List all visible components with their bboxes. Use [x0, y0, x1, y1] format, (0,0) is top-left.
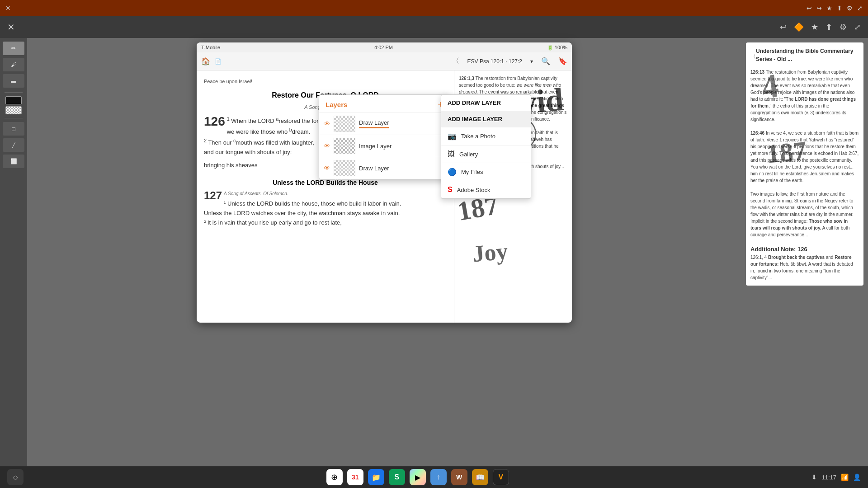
tool-brush[interactable]: 🖌: [3, 58, 24, 71]
layer-row-1[interactable]: 👁 Draw Layer: [319, 113, 449, 135]
commentary-card: 〈 Understanding the Bible Commentary Ser…: [746, 42, 863, 286]
menu-adobe-stock[interactable]: S Adobe Stock: [441, 181, 531, 198]
layer-2-name: Image Layer: [359, 143, 392, 150]
toolbar-icon-3[interactable]: ★: [811, 22, 818, 32]
search-button[interactable]: 🔍: [541, 57, 550, 66]
layer-1-visibility-icon[interactable]: 👁: [324, 120, 330, 127]
taskbar-sheets[interactable]: S: [389, 469, 405, 485]
nav-chevron[interactable]: ▾: [530, 58, 533, 65]
tool-fill[interactable]: ▬: [3, 74, 24, 88]
layer-1-thumbnail: [334, 116, 355, 132]
main-content: ✏ 🖌 ▬ ◻ ╱ ⬜ T-Mobile 4:02 PM 🔋 100%: [0, 38, 868, 466]
chapter-127-num: 127: [204, 190, 222, 201]
taskbar-home-button[interactable]: ○: [7, 469, 24, 485]
settings-icon[interactable]: ⚙: [847, 5, 853, 12]
toolbar-icon-6[interactable]: ⤢: [854, 22, 861, 32]
menu-gallery[interactable]: 🖼 Gallery: [441, 145, 531, 163]
menu-my-files[interactable]: 🔵 My Files: [441, 163, 531, 181]
verse-126-46-ref: 126:46: [750, 131, 764, 136]
fullscreen-icon[interactable]: ⤢: [857, 5, 863, 12]
user-avatar[interactable]: 👤: [853, 474, 861, 481]
doc-icon[interactable]: 📄: [215, 58, 222, 65]
color-swatch-black[interactable]: [5, 96, 22, 104]
status-time: 4:02 PM: [374, 45, 393, 50]
ipad-status-bar: T-Mobile 4:02 PM 🔋 100%: [197, 42, 572, 52]
close-button[interactable]: ✕: [7, 22, 15, 33]
chapter-126-num: 126: [204, 115, 225, 128]
fn-3: c: [233, 138, 236, 143]
taskbar-holybible[interactable]: 📖: [472, 469, 488, 485]
tool-shape[interactable]: ⬜: [3, 155, 24, 168]
tool-line[interactable]: ╱: [3, 138, 24, 152]
tool-eraser[interactable]: ◻: [3, 122, 24, 136]
tool-separator-2: [5, 118, 23, 118]
carrier-label: T-Mobile: [201, 45, 220, 50]
undo-icon[interactable]: ↩: [807, 5, 812, 12]
layer-3-name: Draw Layer: [359, 165, 389, 172]
home-icon[interactable]: 🏠: [201, 57, 210, 66]
layer-row-2[interactable]: 👁 Image Layer: [319, 135, 449, 157]
color-swatch-transparent[interactable]: [5, 106, 22, 114]
verse-127-1: ¹ Unless the LORD builds the house, thos…: [224, 200, 401, 207]
calendar-icon: 31: [352, 474, 359, 481]
second-bar-right: ↩ 🔶 ★ ⬆ ⚙ ⤢: [780, 22, 861, 32]
ipad-nav-bar: 🏠 📄 〈 ESV Psa 120:1 · 127:2 ▾ 🔍 🔖: [197, 52, 572, 70]
home-circle-icon: ○: [13, 472, 18, 483]
layer-row-3[interactable]: 👁 Draw Layer: [319, 157, 449, 179]
layer-1-name: Draw Layer: [359, 119, 389, 126]
taskbar-vectornator[interactable]: V: [493, 469, 509, 485]
fn-1: a: [276, 116, 278, 122]
taskbar-chrome[interactable]: ⊕: [326, 469, 343, 485]
star-icon[interactable]: ★: [826, 5, 832, 12]
verse-num-1: 1: [227, 116, 230, 122]
logos-icon: W: [456, 474, 462, 481]
close-x-icon[interactable]: ✕: [5, 5, 11, 12]
context-menu: ADD DRAW LAYER ADD IMAGE LAYER 📷 Take a …: [441, 94, 531, 199]
verse-ref-126-13: 126:1,3: [459, 76, 474, 81]
bookmark-button[interactable]: 🔖: [558, 57, 567, 66]
system-time: 11:17: [821, 474, 836, 481]
toolbar-icon-1[interactable]: ↩: [780, 22, 787, 32]
bible-ref[interactable]: ESV Psa 120:1 · 127:2: [467, 58, 522, 65]
chapter-127-block: 127 A Song of Ascents. Of Solomon. ¹ Unl…: [204, 190, 447, 227]
toolbar-icon-4[interactable]: ⬆: [826, 22, 832, 32]
layer-3-visibility-icon[interactable]: 👁: [324, 164, 330, 172]
toolbar-icon-5[interactable]: ⚙: [840, 22, 847, 32]
redo-icon[interactable]: ↪: [816, 5, 822, 12]
song-ascents-solomon: A Song of Ascents. Of Solomon.: [204, 190, 447, 197]
fn-2: b: [289, 127, 292, 132]
taskbar-logos[interactable]: W: [451, 469, 467, 485]
taskbar: ○ ⊕ 31 📁 S ▶ ↑ W 📖 V ⬇ 11:17: [0, 466, 868, 488]
menu-add-draw-layer[interactable]: ADD DRAW LAYER: [441, 95, 531, 111]
menu-take-photo[interactable]: 📷 Take a Photo: [441, 127, 531, 145]
ios-upload-icon: ↑: [437, 473, 440, 481]
verse-127-1b: Unless the LORD watches over the city, t…: [204, 210, 400, 216]
taskbar-calendar[interactable]: 31: [347, 469, 363, 485]
chrome-icon: ⊕: [331, 472, 338, 482]
ipad-screen: T-Mobile 4:02 PM 🔋 100% 🏠 📄 〈 ESV Psa 12…: [197, 42, 572, 323]
right-commentary-panel: 〈 Understanding the Bible Commentary Ser…: [741, 38, 868, 466]
toolbar-icon-2[interactable]: 🔶: [794, 22, 804, 32]
commentary-back-button[interactable]: 〈: [750, 52, 756, 61]
layer-3-thumbnail: [334, 160, 355, 176]
download-icon[interactable]: ⬇: [811, 474, 817, 481]
taskbar-files[interactable]: 📁: [368, 469, 384, 485]
taskbar-center: ⊕ 31 📁 S ▶ ↑ W 📖 V: [326, 469, 509, 485]
taskbar-iosapp[interactable]: ↑: [430, 469, 447, 485]
tool-pen[interactable]: ✏: [3, 42, 24, 55]
gallery-label: Gallery: [459, 151, 478, 158]
commentary-content: 126:13 The restoration from Babylonian c…: [750, 69, 859, 281]
taskbar-play[interactable]: ▶: [410, 469, 426, 485]
wifi-icon: 📶: [841, 474, 849, 481]
back-button[interactable]: 〈: [452, 56, 459, 66]
battery-status: 🔋 100%: [547, 45, 567, 51]
upload-icon[interactable]: ⬆: [837, 5, 842, 12]
menu-add-image-layer[interactable]: ADD IMAGE LAYER: [441, 111, 531, 127]
layer-2-visibility-icon[interactable]: 👁: [324, 142, 330, 150]
taskbar-right: ⬇ 11:17 📶 👤: [811, 474, 861, 481]
layer-2-info: Image Layer: [359, 143, 392, 150]
svg-text:Joy: Joy: [472, 238, 509, 267]
add-draw-layer-label: ADD DRAW LAYER: [448, 99, 501, 106]
adobe-stock-icon: S: [448, 186, 453, 194]
second-bar: ✕ ↩ 🔶 ★ ⬆ ⚙ ⤢: [0, 16, 868, 38]
